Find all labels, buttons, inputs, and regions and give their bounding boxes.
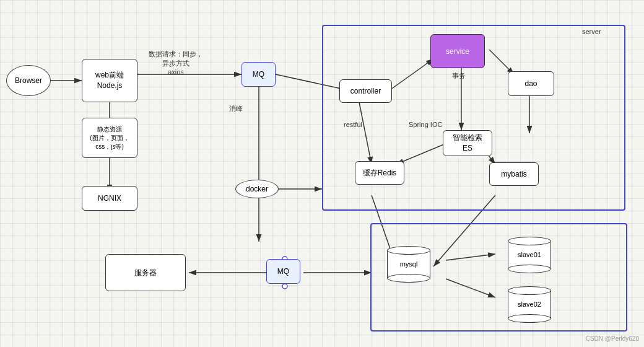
shiwu-label: 事务 bbox=[452, 71, 466, 81]
mysql-label: mysql bbox=[400, 260, 418, 268]
mysql-node: mysql bbox=[387, 242, 430, 287]
spring-ioc-label: Spring IOC bbox=[409, 121, 442, 128]
controller-node: controller bbox=[339, 79, 392, 103]
mq-bottom-label: MQ bbox=[277, 266, 289, 277]
slave01-node: slave01 bbox=[508, 232, 551, 278]
dao-label: dao bbox=[524, 79, 537, 89]
slave02-label: slave02 bbox=[518, 301, 541, 308]
slave02-node: slave02 bbox=[508, 282, 551, 327]
docker-node: docker bbox=[235, 180, 279, 198]
static-resources-label: 静态资源 (图片，页面， css，js等) bbox=[90, 125, 129, 151]
service-label: service bbox=[446, 47, 469, 56]
svg-point-24 bbox=[282, 284, 287, 289]
browser-label: Browser bbox=[15, 76, 42, 86]
es-label: 智能检索 ES bbox=[453, 133, 482, 154]
service-node: service bbox=[430, 34, 485, 68]
docker-label: docker bbox=[246, 184, 268, 195]
static-resources-node: 静态资源 (图片，页面， css，js等) bbox=[82, 118, 137, 158]
mq-top-label: MQ bbox=[253, 69, 264, 80]
dao-node: dao bbox=[508, 71, 554, 96]
restful-label: restful bbox=[344, 121, 362, 128]
mq-bottom-node: MQ bbox=[266, 259, 300, 284]
server-label: server bbox=[582, 28, 601, 35]
data-request-label: 数据请求：同步， 异步方式 axios bbox=[149, 42, 203, 76]
xiaofeng-label: 消峰 bbox=[229, 104, 243, 113]
es-node: 智能检索 ES bbox=[443, 130, 492, 156]
web-frontend-node: web前端 Node.js bbox=[82, 59, 137, 102]
nginx-node: NGNIX bbox=[82, 186, 137, 211]
redis-label: 缓存Redis bbox=[363, 168, 397, 178]
redis-node: 缓存Redis bbox=[355, 161, 404, 185]
browser-node: Browser bbox=[6, 65, 51, 96]
diagram-container: Browser web前端 Node.js 静态资源 (图片，页面， css，j… bbox=[0, 0, 644, 347]
web-frontend-label: web前端 Node.js bbox=[95, 70, 124, 91]
slave01-label: slave01 bbox=[518, 251, 541, 258]
mybatis-node: mybatis bbox=[489, 162, 539, 186]
server-sub-node: 服务器 bbox=[105, 254, 186, 291]
watermark: CSDN @Perldy620 bbox=[586, 335, 639, 342]
mq-top-node: MQ bbox=[242, 62, 276, 87]
server-sub-label: 服务器 bbox=[134, 268, 157, 278]
mybatis-label: mybatis bbox=[501, 169, 526, 180]
controller-label: controller bbox=[350, 86, 381, 97]
nginx-label: NGNIX bbox=[98, 193, 121, 204]
